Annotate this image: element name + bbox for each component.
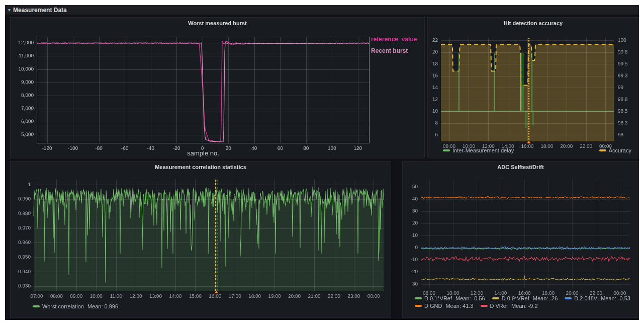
legend-item[interactable]: D 0.9*VRefMean: -26 <box>492 295 558 301</box>
hit-legend-left: Inter-Measurement delay <box>443 147 514 153</box>
legend-label: D 2.048V <box>574 295 597 301</box>
panel-adc-selftest-drift: ADC Selftest/Drift D 0.1*VRefMean: -0.56… <box>402 161 639 318</box>
legend-swatch-icon <box>565 297 572 299</box>
legend-swatch-icon <box>492 297 499 299</box>
legend-label: Recent burst <box>371 47 408 54</box>
legend-mean-value: Mean: 0.996 <box>87 303 118 309</box>
panel-hit-detection-accuracy: Hit detection accuracy Inter-Measurement… <box>427 17 639 158</box>
adc-legend: D 0.1*VRefMean: -0.56D 0.9*VRefMean: -26… <box>415 295 636 309</box>
chevron-down-icon: ▾ <box>8 7 11 13</box>
panel-title-measurement-correlation-statistics[interactable]: Measurement correlation statistics <box>11 164 391 170</box>
legend-item[interactable]: Recent burst <box>371 47 420 54</box>
burst-x-axis-label: sample no. <box>37 149 370 157</box>
legend-swatch-icon <box>415 305 422 307</box>
legend-swatch-icon <box>415 297 422 299</box>
legend-mean-value: Mean: -0.53 <box>601 295 630 301</box>
hit-chart-canvas[interactable] <box>428 18 638 158</box>
burst-chart-canvas[interactable] <box>11 18 424 158</box>
row-header-measurement-data[interactable]: ▾ Measurement Data <box>5 5 639 15</box>
corr-chart-canvas[interactable] <box>11 161 391 317</box>
adc-chart-canvas[interactable] <box>403 161 638 317</box>
legend-swatch-icon <box>481 305 488 307</box>
panel-measurement-correlation-statistics: Measurement correlation statistics Worst… <box>10 161 391 318</box>
legend-label: D GND <box>424 303 442 309</box>
legend-item[interactable]: Accuracy <box>599 147 631 153</box>
panel-worst-measured-burst: Worst measured burst sample no. referenc… <box>10 17 425 158</box>
legend-mean-value: Mean: -26 <box>533 295 558 301</box>
legend-item[interactable]: reference_value <box>371 36 420 43</box>
legend-item[interactable]: D 0.1*VRefMean: -0.56 <box>415 295 485 301</box>
panel-title-worst-measured-burst[interactable]: Worst measured burst <box>11 20 424 26</box>
legend-label: D 0.9*VRef <box>502 295 529 301</box>
burst-legend: reference_valueRecent burst <box>371 36 420 54</box>
hit-legend-right: Accuracy <box>599 147 631 153</box>
legend-mean-value: Mean: -9.2 <box>511 303 538 309</box>
legend-swatch-icon <box>599 149 606 151</box>
legend-item[interactable]: Worst correlationMean: 0.996 <box>33 303 118 309</box>
legend-item[interactable]: Inter-Measurement delay <box>443 147 514 153</box>
legend-swatch-icon <box>33 305 40 307</box>
legend-mean-value: Mean: 41.3 <box>445 303 473 309</box>
corr-legend: Worst correlationMean: 0.996 <box>33 303 118 309</box>
panel-title-adc-selftest-drift[interactable]: ADC Selftest/Drift <box>403 164 638 170</box>
legend-label: reference_value <box>371 36 417 43</box>
legend-label: D 0.1*VRef <box>424 295 452 301</box>
legend-label: Worst correlation <box>42 303 84 309</box>
legend-item[interactable]: D GNDMean: 41.3 <box>415 303 474 309</box>
legend-swatch-icon <box>443 149 450 151</box>
panel-title-hit-detection-accuracy[interactable]: Hit detection accuracy <box>428 20 638 26</box>
legend-label: Inter-Measurement delay <box>452 147 514 153</box>
row-title: Measurement Data <box>13 7 67 14</box>
legend-mean-value: Mean: -0.56 <box>455 295 485 301</box>
legend-label: Accuracy <box>609 147 631 153</box>
legend-item[interactable]: D 2.048VMean: -0.53 <box>565 295 630 301</box>
dashboard: ▾ Measurement Data Worst measured burst … <box>5 5 639 320</box>
legend-item[interactable]: D VRefMean: -9.2 <box>481 303 538 309</box>
legend-label: D VRef <box>490 303 508 309</box>
